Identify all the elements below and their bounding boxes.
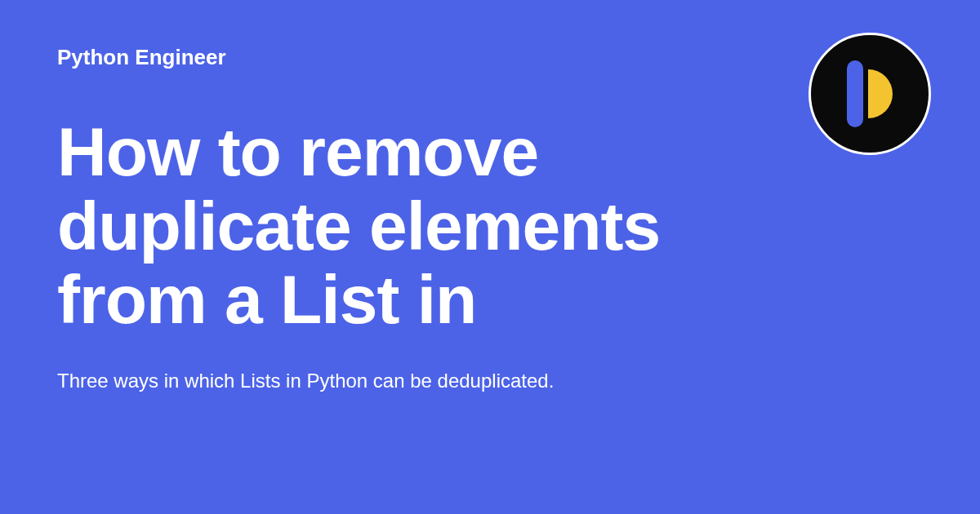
logo-icon <box>847 60 893 127</box>
page-title: How to remove duplicate elements from a … <box>57 115 792 337</box>
logo-bar-shape <box>847 60 863 127</box>
logo-badge <box>808 33 931 155</box>
logo-half-shape <box>868 69 893 118</box>
site-name: Python Engineer <box>57 45 923 70</box>
subtitle: Three ways in which Lists in Python can … <box>57 370 923 392</box>
